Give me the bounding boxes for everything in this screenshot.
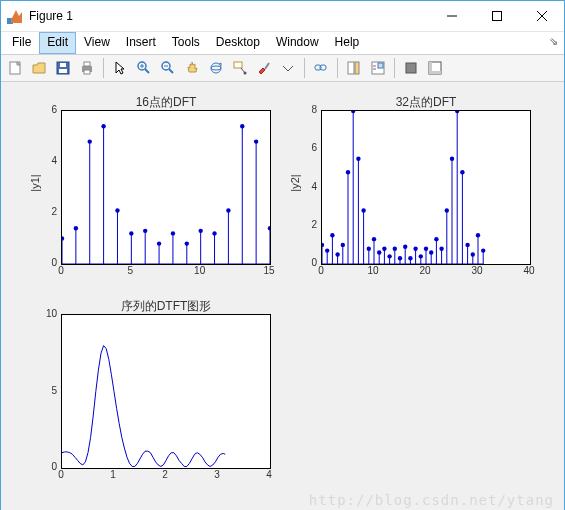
xtick-label: 1 [105,469,121,480]
menubar: FileEditViewInsertToolsDesktopWindowHelp [1,32,564,54]
insert-colorbar-button[interactable] [343,57,365,79]
menu-insert[interactable]: Insert [118,32,164,54]
svg-point-60 [212,231,216,235]
save-button[interactable] [52,57,74,79]
hide-plot-tools-icon [403,60,419,76]
brush-button[interactable] [253,57,275,79]
svg-point-125 [460,170,464,174]
insert-legend-button[interactable] [367,57,389,79]
svg-point-129 [471,252,475,256]
axes-1-ylabel: |y1| [29,174,41,191]
svg-point-64 [240,124,244,128]
svg-point-19 [211,63,221,73]
svg-point-46 [115,208,119,212]
pan-icon [184,60,200,76]
data-cursor-button[interactable] [229,57,251,79]
svg-point-91 [372,237,376,241]
dropdown-icon [280,60,296,76]
svg-point-48 [129,231,133,235]
svg-point-101 [398,256,402,260]
ytick-label: 2 [39,206,57,217]
menu-file[interactable]: File [4,32,39,54]
svg-point-79 [341,243,345,247]
svg-point-23 [244,72,247,75]
menu-desktop[interactable]: Desktop [208,32,268,54]
menu-view[interactable]: View [76,32,118,54]
svg-rect-7 [59,69,67,73]
svg-rect-11 [84,70,90,74]
xtick-label: 4 [261,469,277,480]
show-plot-tools-button[interactable] [424,57,446,79]
zoom-in-icon [136,60,152,76]
ytick-label: 5 [39,385,57,396]
svg-rect-27 [355,62,359,74]
new-button[interactable] [4,57,26,79]
svg-point-113 [429,250,433,254]
pointer-button[interactable] [109,57,131,79]
axes-3-title: 序列的DTFT图形 [61,298,271,315]
axes-1[interactable] [61,110,271,265]
open-button[interactable] [28,57,50,79]
menu-window[interactable]: Window [268,32,327,54]
toolbar [1,54,564,82]
menu-help[interactable]: Help [327,32,368,54]
xtick-label: 20 [417,265,433,276]
hide-plot-tools-button[interactable] [400,57,422,79]
data-cursor-icon [232,60,248,76]
svg-point-75 [330,233,334,237]
maximize-button[interactable] [474,1,519,31]
zoom-out-button[interactable] [157,57,179,79]
print-icon [79,60,95,76]
save-icon [55,60,71,76]
svg-point-77 [335,252,339,256]
svg-line-13 [145,69,149,73]
svg-point-103 [403,245,407,249]
svg-point-105 [408,256,412,260]
rotate3d-icon [208,60,224,76]
matlab-icon [7,8,23,24]
xtick-label: 10 [365,265,381,276]
svg-point-68 [268,226,270,230]
print-button[interactable] [76,57,98,79]
zoom-in-button[interactable] [133,57,155,79]
svg-point-87 [361,208,365,212]
svg-point-58 [198,229,202,233]
minimize-button[interactable] [429,1,474,31]
ytick-label: 4 [299,181,317,192]
titlebar: Figure 1 [1,1,564,32]
menu-tools[interactable]: Tools [164,32,208,54]
toolbar-separator [394,58,395,78]
svg-point-127 [465,243,469,247]
svg-point-71 [322,243,324,247]
pointer-icon [112,60,128,76]
svg-point-50 [143,229,147,233]
show-plot-tools-icon [427,60,443,76]
svg-point-56 [185,241,189,245]
svg-point-73 [325,248,329,252]
ytick-label: 4 [39,155,57,166]
svg-point-83 [351,111,355,113]
svg-point-107 [413,247,417,251]
svg-line-24 [265,63,269,69]
close-button[interactable] [519,1,564,31]
svg-rect-30 [378,63,383,68]
link-button[interactable] [310,57,332,79]
svg-point-109 [419,254,423,258]
dropdown-button[interactable] [277,57,299,79]
svg-point-93 [377,250,381,254]
xtick-label: 10 [192,265,208,276]
ytick-label: 6 [39,104,57,115]
toolbar-separator [304,58,305,78]
xtick-label: 40 [521,265,537,276]
rotate3d-button[interactable] [205,57,227,79]
open-icon [31,60,47,76]
svg-point-121 [450,157,454,161]
dock-anchor-icon[interactable]: ⇘ [549,35,558,48]
svg-point-111 [424,247,428,251]
menu-edit[interactable]: Edit [39,32,76,54]
axes-3[interactable] [61,314,271,469]
toolbar-separator [337,58,338,78]
axes-2[interactable] [321,110,531,265]
svg-point-131 [476,233,480,237]
pan-button[interactable] [181,57,203,79]
